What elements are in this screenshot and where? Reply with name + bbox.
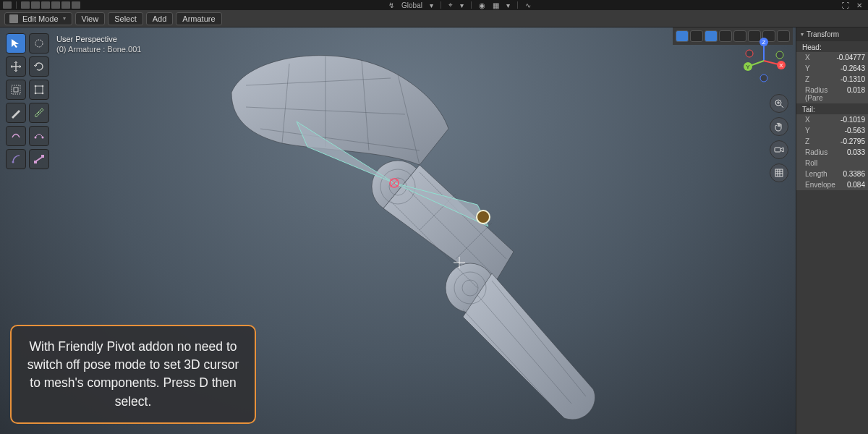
menu-view[interactable]: View xyxy=(75,12,106,25)
svg-point-8 xyxy=(42,93,44,95)
svg-point-10 xyxy=(42,137,44,139)
tool-measure[interactable] xyxy=(29,103,49,123)
snap-chevron[interactable]: ▾ xyxy=(457,1,467,9)
chevron-down-icon: ▾ xyxy=(63,15,66,22)
tool-move[interactable] xyxy=(6,56,26,77)
transform-panel-header[interactable]: ▾ Transform xyxy=(796,27,868,41)
navigation-gizmo[interactable]: Z Y X xyxy=(741,38,787,84)
expand-icon[interactable]: ⛶ xyxy=(839,1,852,9)
envelope-field[interactable]: Envelope0.084 xyxy=(796,179,868,190)
svg-rect-39 xyxy=(775,148,780,152)
menu-select[interactable]: Select xyxy=(108,12,143,25)
tool-bone-size[interactable] xyxy=(29,126,49,146)
top-icon-strip: ↯ Global ▾ ⌖ ▾ ◉ ▦ ▾ ∿ ⛶ ✕ xyxy=(0,0,868,10)
tool-extrude[interactable] xyxy=(6,149,26,169)
svg-text:Z: Z xyxy=(762,39,766,46)
xray-toggle[interactable] xyxy=(705,30,718,42)
svg-rect-3 xyxy=(12,85,20,94)
proportional-grid-icon[interactable]: ▦ xyxy=(490,1,502,9)
length-field[interactable]: Length0.3386 xyxy=(796,169,868,179)
info-callout: With Friendly Pivot addon no need to swi… xyxy=(10,325,256,425)
workspace-icon-2[interactable] xyxy=(31,1,40,9)
svg-rect-2 xyxy=(14,88,18,92)
svg-rect-12 xyxy=(34,161,37,163)
shading-wireframe[interactable] xyxy=(719,30,732,42)
proportional-chevron[interactable]: ▾ xyxy=(503,1,513,9)
svg-rect-40 xyxy=(775,169,783,176)
pan-button[interactable] xyxy=(770,117,788,136)
viewport-perspective-label: User Perspective xyxy=(56,35,141,43)
app-icon[interactable] xyxy=(3,1,12,9)
tool-shear[interactable] xyxy=(29,149,49,169)
tail-y-field[interactable]: Y-0.563 xyxy=(796,125,868,136)
tool-rotate[interactable] xyxy=(29,56,49,77)
viewport-nav-buttons xyxy=(770,94,788,182)
svg-marker-0 xyxy=(12,39,19,48)
mode-dropdown[interactable]: Edit Mode ▾ xyxy=(4,12,72,25)
tool-scale[interactable] xyxy=(6,80,26,100)
orientation-dropdown[interactable]: Global xyxy=(399,1,425,9)
snap-icon[interactable]: ⌖ xyxy=(446,1,456,9)
edit-mode-icon xyxy=(9,14,18,23)
roll-field[interactable]: Roll xyxy=(796,158,868,169)
svg-rect-4 xyxy=(35,86,43,93)
disclosure-triangle-icon: ▾ xyxy=(801,31,804,38)
svg-point-5 xyxy=(35,85,37,88)
mesh-object xyxy=(203,42,709,434)
workspace-icon-1[interactable] xyxy=(21,1,30,9)
head-x-field[interactable]: X-0.04777 xyxy=(796,52,868,63)
svg-text:Y: Y xyxy=(746,64,750,70)
svg-point-11 xyxy=(12,161,14,163)
svg-point-29 xyxy=(760,75,767,82)
overlays-toggle[interactable] xyxy=(676,30,689,42)
viewport-info-text: User Perspective (0) Armature : Bone.001 xyxy=(56,35,141,54)
close-icon[interactable]: ✕ xyxy=(854,1,865,9)
svg-point-7 xyxy=(35,93,37,95)
svg-point-31 xyxy=(746,50,753,57)
tool-cursor[interactable] xyxy=(6,33,26,54)
tool-annotate[interactable] xyxy=(6,103,26,123)
zoom-button[interactable] xyxy=(770,94,788,113)
callout-text: With Friendly Pivot addon no need to swi… xyxy=(27,339,239,409)
head-label: Head: xyxy=(796,41,868,52)
tool-transform[interactable] xyxy=(29,80,49,100)
svg-point-6 xyxy=(42,85,44,88)
tail-label: Tail: xyxy=(796,103,868,114)
chevron-down-icon: ▾ xyxy=(427,1,436,9)
svg-point-30 xyxy=(776,51,783,59)
svg-point-9 xyxy=(35,137,37,139)
svg-rect-13 xyxy=(41,155,44,158)
svg-text:X: X xyxy=(779,62,783,69)
orientation-icon[interactable]: ↯ xyxy=(386,1,397,9)
radius-parent-field[interactable]: Radius (Pare0.018 xyxy=(796,85,868,103)
viewport-object-label: (0) Armature : Bone.001 xyxy=(56,45,141,54)
workspace-icon-4[interactable] xyxy=(51,1,60,9)
proportional-icon[interactable]: ◉ xyxy=(476,1,488,9)
head-z-field[interactable]: Z-0.1310 xyxy=(796,74,868,85)
properties-n-panel[interactable]: ▾ Transform Head: X-0.04777 Y-0.2643 Z-0… xyxy=(796,27,868,434)
bone-tail-selected xyxy=(477,210,490,224)
workspace-icon-6[interactable] xyxy=(72,1,80,9)
radius-field[interactable]: Radius0.033 xyxy=(796,147,868,158)
head-y-field[interactable]: Y-0.2643 xyxy=(796,63,868,74)
tail-x-field[interactable]: X-0.1019 xyxy=(796,114,868,125)
tail-z-field[interactable]: Z-0.2795 xyxy=(796,136,868,147)
viewport-header: Edit Mode ▾ View Select Add Armature xyxy=(0,10,868,27)
transform-title: Transform xyxy=(807,30,839,38)
tool-roll[interactable] xyxy=(6,126,26,146)
toolbar xyxy=(6,33,49,169)
overlays-dropdown[interactable] xyxy=(690,30,703,42)
viewport-3d[interactable]: User Perspective (0) Armature : Bone.001 xyxy=(0,27,796,434)
svg-point-1 xyxy=(35,40,43,47)
mode-label: Edit Mode xyxy=(22,14,59,23)
menu-armature[interactable]: Armature xyxy=(176,12,221,25)
workspace-icon-5[interactable] xyxy=(61,1,70,9)
svg-line-36 xyxy=(780,105,783,108)
curve-icon[interactable]: ∿ xyxy=(522,1,534,9)
workspace-icon-3[interactable] xyxy=(41,1,50,9)
tool-select-circle[interactable] xyxy=(29,33,49,54)
menu-add[interactable]: Add xyxy=(146,12,174,25)
perspective-button[interactable] xyxy=(770,163,788,182)
camera-button[interactable] xyxy=(770,140,788,159)
